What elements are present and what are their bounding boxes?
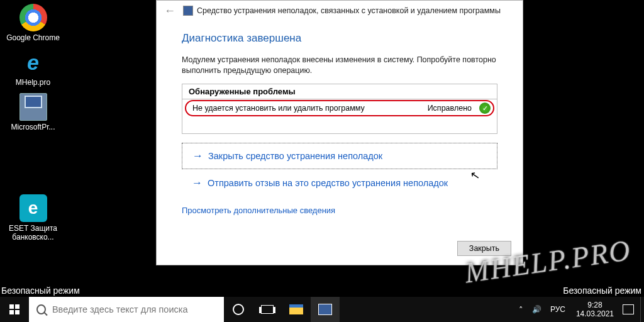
folder-icon xyxy=(289,304,303,314)
problems-panel: Обнаруженные проблемы Не удается установ… xyxy=(182,84,497,134)
task-view-button[interactable] xyxy=(253,297,282,322)
desktop-icon-eset[interactable]: ESET Защита банковско... xyxy=(6,194,60,242)
problem-row[interactable]: Не удается установить или удалить програ… xyxy=(182,99,497,117)
desktop: Google Chrome MHelp.pro MicrosoftPr... E… xyxy=(0,0,75,248)
taskbar-search[interactable] xyxy=(29,297,224,322)
arrow-right-icon: → xyxy=(192,177,203,189)
desktop-icon-microsoftpr[interactable]: MicrosoftPr... xyxy=(6,93,60,131)
more-info-link[interactable]: Просмотреть дополнительные сведения xyxy=(182,206,335,215)
taskbar-app-explorer[interactable] xyxy=(282,297,311,322)
volume-icon[interactable]: 🔊 xyxy=(528,305,546,314)
taskbar: ˄ 🔊 РУС 9:28 14.03.2021 xyxy=(0,297,644,322)
tray-overflow-button[interactable]: ˄ xyxy=(514,305,528,314)
browser-icon xyxy=(19,48,47,76)
problem-text: Не удается установить или удалить програ… xyxy=(189,104,428,113)
desktop-icon-label: MHelp.pro xyxy=(6,78,60,87)
safe-mode-label-left: Безопасный режим xyxy=(1,286,80,296)
search-icon xyxy=(36,304,46,314)
arrow-right-icon: → xyxy=(192,150,203,162)
problem-status: Исправлено xyxy=(428,104,472,113)
action-center-icon[interactable] xyxy=(623,304,634,314)
desktop-icon-label: Google Chrome xyxy=(6,33,60,42)
app-icon xyxy=(183,6,193,16)
cortana-icon xyxy=(233,304,244,315)
system-tray: ˄ 🔊 РУС 9:28 14.03.2021 xyxy=(514,297,644,322)
check-icon: ✓ xyxy=(479,103,491,114)
problems-header: Обнаруженные проблемы xyxy=(182,84,497,99)
action-close-label: Закрыть средство устранения неполадок xyxy=(208,151,382,161)
start-button[interactable] xyxy=(0,297,29,322)
computer-icon xyxy=(19,93,47,121)
cortana-button[interactable] xyxy=(224,297,253,322)
action-feedback-label: Отправить отзыв на это средство устранен… xyxy=(208,178,448,188)
safe-mode-label-right: Безопасный режим xyxy=(563,286,641,296)
send-feedback-action[interactable]: → Отправить отзыв на это средство устран… xyxy=(182,172,497,194)
chrome-icon xyxy=(19,4,47,31)
dialog-body: Диагностика завершена Модулем устранения… xyxy=(157,21,523,221)
desktop-icon-chrome[interactable]: Google Chrome xyxy=(6,4,60,42)
taskbar-clock[interactable]: 9:28 14.03.2021 xyxy=(570,301,620,318)
troubleshooter-dialog: ← Средство устранения неполадок, связанн… xyxy=(156,0,523,265)
dialog-title: Средство устранения неполадок, связанных… xyxy=(197,6,501,15)
close-button[interactable]: Закрыть xyxy=(457,241,511,256)
eset-icon xyxy=(19,194,47,222)
dialog-description: Модулем устранения неполадок внесены изм… xyxy=(182,55,497,76)
close-troubleshooter-action[interactable]: → Закрыть средство устранения неполадок xyxy=(182,143,497,169)
search-input[interactable] xyxy=(52,304,216,314)
taskbar-date: 14.03.2021 xyxy=(576,309,614,318)
task-view-icon xyxy=(261,305,274,314)
back-button[interactable]: ← xyxy=(163,4,177,18)
windows-icon xyxy=(9,304,19,314)
desktop-icon-label: MicrosoftPr... xyxy=(6,123,60,131)
desktop-icon-mhelp[interactable]: MHelp.pro xyxy=(6,48,60,87)
language-indicator[interactable]: РУС xyxy=(546,305,570,314)
taskbar-time: 9:28 xyxy=(576,301,614,309)
desktop-icon-label: ESET Защита банковско... xyxy=(6,224,60,242)
show-desktop-button[interactable] xyxy=(640,297,644,322)
app-icon xyxy=(318,304,332,315)
taskbar-app-troubleshooter[interactable] xyxy=(311,297,340,322)
dialog-footer: Закрыть xyxy=(457,241,511,256)
dialog-heading: Диагностика завершена xyxy=(182,32,497,45)
dialog-titlebar[interactable]: ← Средство устранения неполадок, связанн… xyxy=(157,1,523,21)
